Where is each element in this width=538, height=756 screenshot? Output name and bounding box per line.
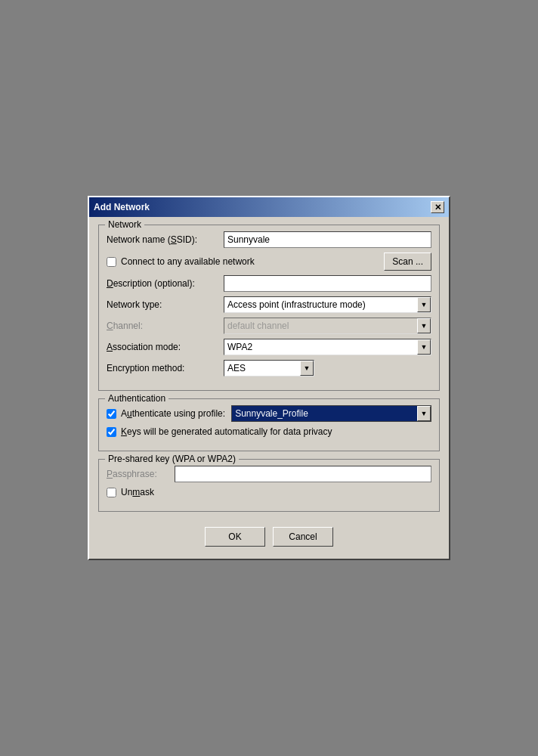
connect-any-row: Connect to any available network Scan ..… [107,253,431,271]
keys-checkbox[interactable] [107,427,116,437]
keys-label: Keys will be generated automatically for… [121,426,332,437]
channel-select-wrapper: default channel ▼ [224,318,431,334]
connect-any-label: Connect to any available network [121,256,378,267]
passphrase-input[interactable] [175,466,431,482]
encryption-label: Encryption method: [107,363,224,373]
profile-select[interactable]: Sunnyvale_Profile Default_Profile [231,405,431,422]
ssid-row: Network name (SSID): [107,231,431,248]
cancel-button[interactable]: Cancel [273,527,333,547]
authenticate-label: Authenticate using profile: [121,408,225,419]
description-row: Description (optional): [107,275,431,292]
description-label-text: Description (optional): [107,278,195,289]
network-type-select-wrapper: Access point (infrastructure mode) Ad-ho… [224,296,431,313]
encryption-row: Encryption method: AES TKIP ▼ [107,360,431,376]
channel-label: Channel: [107,321,224,331]
authentication-group-label: Authentication [105,393,169,404]
ssid-input[interactable] [224,231,431,248]
unmask-label: Unmask [121,487,154,497]
encryption-select[interactable]: AES TKIP [224,360,314,376]
psk-group: Pre-shared key (WPA or WPA2) Passphrase:… [98,459,440,512]
association-row: Association mode: WPA2 WPA None Open ▼ [107,339,431,355]
unmask-row: Unmask [107,487,431,497]
passphrase-label: Passphrase: [107,469,175,479]
dialog-title: Add Network [94,202,150,212]
description-input[interactable] [224,275,431,292]
encryption-label-text: Encryption method: [107,363,184,373]
passphrase-label-text: Passphrase: [107,469,157,479]
association-label-text: Association mode: [107,342,181,352]
network-type-select[interactable]: Access point (infrastructure mode) Ad-ho… [224,296,431,313]
dialog-content: Network Network name (SSID): Connect to … [89,217,449,559]
network-type-row: Network type: Access point (infrastructu… [107,296,431,313]
keys-row: Keys will be generated automatically for… [107,426,431,437]
close-button[interactable]: ✕ [431,201,444,213]
ssid-label-text: Network name (SSID): [107,234,197,245]
channel-row: Channel: default channel ▼ [107,318,431,334]
add-network-dialog: Add Network ✕ Network Network name (SSID… [88,196,450,560]
channel-select[interactable]: default channel [224,318,431,334]
association-label: Association mode: [107,342,224,352]
unmask-checkbox[interactable] [107,488,116,497]
description-label: Description (optional): [107,278,224,289]
authenticate-checkbox[interactable] [107,409,116,419]
association-select[interactable]: WPA2 WPA None Open [224,339,431,355]
authenticate-row: Authenticate using profile: Sunnyvale_Pr… [107,405,431,422]
network-group: Network Network name (SSID): Connect to … [98,225,440,391]
ssid-label: Network name (SSID): [107,234,224,245]
profile-select-wrapper: Sunnyvale_Profile Default_Profile ▼ [231,405,431,422]
connect-any-checkbox[interactable] [107,257,116,267]
encryption-select-wrapper: AES TKIP ▼ [224,360,314,376]
association-select-wrapper: WPA2 WPA None Open ▼ [224,339,431,355]
ok-button[interactable]: OK [205,527,265,547]
network-type-label: Network type: [107,299,224,310]
network-group-label: Network [105,219,144,230]
network-type-label-text: Network type: [107,299,162,310]
passphrase-row: Passphrase: [107,466,431,482]
channel-label-text: Channel: [107,321,143,331]
scan-button[interactable]: Scan ... [384,253,431,271]
psk-group-label: Pre-shared key (WPA or WPA2) [105,454,239,464]
authentication-group: Authentication Authenticate using profil… [98,398,440,451]
button-row: OK Cancel [98,519,440,550]
title-bar: Add Network ✕ [89,197,449,217]
